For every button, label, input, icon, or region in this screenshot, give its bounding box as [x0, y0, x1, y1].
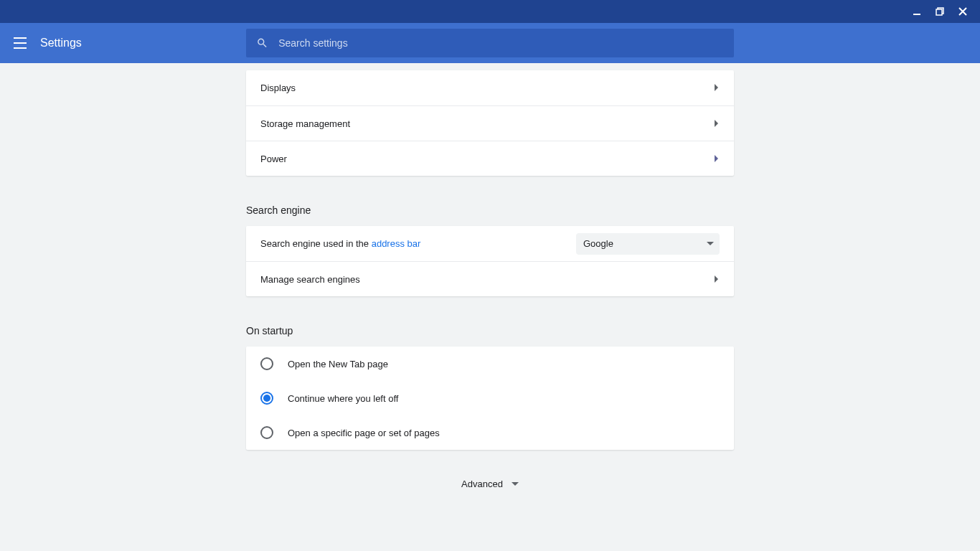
- search-box[interactable]: [246, 29, 734, 57]
- search-engine-label: Search engine used in the address bar: [260, 238, 420, 249]
- dropdown-arrow-icon: [707, 242, 714, 246]
- window-titlebar: [0, 0, 980, 23]
- app-header: Settings: [0, 23, 980, 63]
- search-engine-selected: Google: [583, 238, 613, 249]
- startup-option-label: Open the New Tab page: [288, 359, 388, 369]
- power-label: Power: [260, 154, 287, 164]
- search-engine-card: Search engine used in the address bar Go…: [246, 226, 734, 296]
- device-card: Displays Storage management Power: [246, 70, 734, 176]
- close-icon: [958, 7, 967, 16]
- page-title: Settings: [40, 37, 82, 50]
- power-row[interactable]: Power: [246, 141, 734, 176]
- search-icon: [256, 37, 268, 50]
- restore-icon: [936, 7, 944, 16]
- chevron-right-icon: [714, 274, 720, 285]
- startup-option-specific-page[interactable]: Open a specific page or set of pages: [246, 415, 734, 450]
- search-engine-section-title: Search engine: [246, 204, 734, 216]
- search-engine-label-prefix: Search engine used in the: [260, 238, 372, 249]
- startup-option-new-tab[interactable]: Open the New Tab page: [246, 347, 734, 381]
- svg-rect-2: [936, 9, 942, 15]
- storage-management-label: Storage management: [260, 118, 350, 129]
- on-startup-section-title: On startup: [246, 325, 734, 336]
- on-startup-card: Open the New Tab page Continue where you…: [246, 347, 734, 450]
- startup-option-label: Continue where you left off: [288, 393, 398, 404]
- manage-search-engines-label: Manage search engines: [260, 274, 360, 285]
- radio-icon: [260, 357, 273, 370]
- advanced-toggle[interactable]: Advanced: [246, 479, 734, 489]
- startup-option-label: Open a specific page or set of pages: [288, 428, 440, 438]
- hamburger-icon: [14, 37, 27, 50]
- window-minimize-button[interactable]: [905, 0, 928, 23]
- menu-button[interactable]: [0, 23, 40, 63]
- chevron-right-icon: [714, 118, 720, 129]
- search-engine-row[interactable]: Search engine used in the address bar Go…: [246, 226, 734, 261]
- radio-icon-selected: [260, 392, 273, 405]
- window-restore-button[interactable]: [928, 0, 951, 23]
- displays-label: Displays: [260, 83, 296, 93]
- search-input[interactable]: [278, 37, 724, 49]
- chevron-right-icon: [714, 83, 720, 93]
- address-bar-link[interactable]: address bar: [372, 238, 421, 249]
- minimize-icon: [913, 7, 921, 16]
- startup-option-continue[interactable]: Continue where you left off: [246, 381, 734, 415]
- window-close-button[interactable]: [951, 0, 974, 23]
- advanced-label: Advanced: [461, 479, 503, 489]
- displays-row[interactable]: Displays: [246, 70, 734, 105]
- chevron-right-icon: [714, 154, 720, 164]
- radio-icon: [260, 426, 273, 439]
- manage-search-engines-row[interactable]: Manage search engines: [246, 261, 734, 296]
- storage-management-row[interactable]: Storage management: [246, 105, 734, 141]
- svg-rect-0: [913, 14, 920, 15]
- settings-content: Displays Storage management Power Search…: [246, 63, 734, 489]
- chevron-down-icon: [512, 482, 519, 486]
- search-engine-dropdown[interactable]: Google: [576, 233, 720, 255]
